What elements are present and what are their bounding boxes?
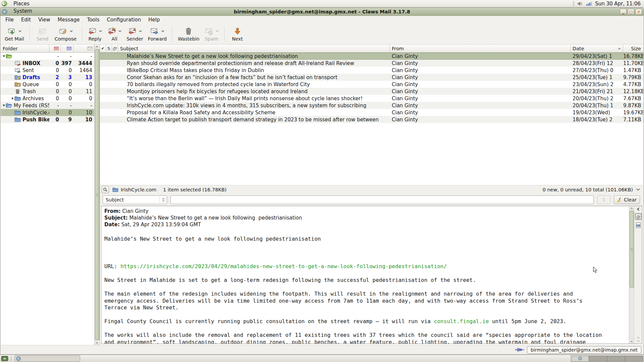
- chevron-down-icon[interactable]: [161, 30, 164, 32]
- chevron-down-icon[interactable]: [636, 188, 640, 191]
- clock-applet[interactable]: Sun 30 Apr, 11:06: [595, 1, 641, 7]
- menu-configuration[interactable]: Configuration: [103, 16, 145, 24]
- panel-applet-handle[interactable]: [573, 1, 574, 6]
- menu-view[interactable]: View: [35, 16, 54, 24]
- top-panel-menu-system[interactable]: System: [9, 7, 48, 15]
- next-part-icon[interactable]: [637, 340, 640, 342]
- menu-help[interactable]: Help: [145, 16, 163, 24]
- menu-file[interactable]: File: [2, 16, 17, 24]
- scrollbar-thumb[interactable]: [95, 50, 99, 340]
- network-signal-icon[interactable]: [586, 1, 592, 6]
- distro-logo-icon[interactable]: [1, 1, 7, 7]
- prev-part-icon[interactable]: [637, 337, 640, 339]
- quick-search-toggle-button[interactable]: [102, 186, 109, 193]
- message-row[interactable]: 70 bollards illegally removed from prote…: [100, 81, 643, 88]
- folder-row-sent[interactable]: Sent001464: [1, 67, 94, 74]
- message-view-scrollbar[interactable]: [629, 206, 634, 344]
- toolbar-compose-button[interactable]: Compose: [52, 25, 79, 43]
- chevron-down-icon[interactable]: [139, 30, 142, 32]
- unread-count-column-header[interactable]: [61, 45, 73, 53]
- folder-row-push-bikes[interactable]: Push Bikes0910: [1, 116, 94, 123]
- search-history-stepper[interactable]: [597, 195, 610, 204]
- scroll-down-button[interactable]: [95, 340, 100, 345]
- expander-open-icon[interactable]: [2, 104, 6, 107]
- scrollbar-thumb[interactable]: [630, 211, 634, 288]
- total-count-column-header[interactable]: [73, 45, 94, 53]
- chevron-down-icon[interactable]: [70, 30, 73, 32]
- folder-row-inbox[interactable]: INBOX03973444: [1, 60, 94, 67]
- chevron-down-icon[interactable]: [216, 30, 219, 32]
- expander-closed-icon[interactable]: [10, 97, 14, 100]
- search-input[interactable]: [170, 195, 594, 204]
- search-type-value: Subject: [106, 197, 124, 202]
- folder-row-irishcycle-com[interactable]: IrishCycle.com0010: [1, 109, 94, 116]
- status-column-header[interactable]: S: [106, 45, 112, 53]
- toolbar-wastebin-button[interactable]: Wastebin: [175, 25, 202, 43]
- scroll-up-button[interactable]: [629, 206, 634, 211]
- message-row[interactable]: Malahide’s New Street to get a new look …: [100, 53, 643, 60]
- folder-row-queue[interactable]: Queue000: [1, 81, 94, 88]
- body-link[interactable]: consult.fingal.ie: [434, 318, 489, 324]
- new-count-column-header[interactable]: [49, 45, 61, 53]
- subject-column-header[interactable]: Subject: [118, 45, 390, 53]
- volume-icon[interactable]: [577, 1, 583, 6]
- attachment-part-icon[interactable]: [635, 222, 641, 228]
- folder-row-trash[interactable]: Trash0011: [1, 88, 94, 95]
- folder-total-count: 1464: [73, 67, 94, 73]
- window-titlebar[interactable]: birmingham_spider@gmx.net@imap.gmx.net -…: [0, 8, 644, 16]
- message-row[interactable]: IBikeBop Critical Mass takes place this …: [100, 67, 643, 74]
- chevron-down-icon[interactable]: [99, 30, 102, 32]
- toolbar-get-mail-button[interactable]: Get Mail: [2, 25, 26, 43]
- chevron-down-icon[interactable]: [118, 30, 121, 32]
- scroll-down-button[interactable]: [629, 339, 634, 344]
- message-row[interactable]: IrishCycle.com update: 310k views in 4 m…: [100, 102, 643, 109]
- expander-open-icon[interactable]: [2, 55, 6, 58]
- workspace-2[interactable]: [589, 356, 607, 362]
- size-column-header[interactable]: Size: [623, 45, 643, 53]
- message-row[interactable]: Climate Action target to publish transpo…: [100, 116, 643, 123]
- minimize-button[interactable]: ▁: [620, 9, 627, 15]
- folder-column-header[interactable]: Folder: [1, 45, 49, 53]
- message-row[interactable]: “It’s worse than the Berlin wall” — Iris…: [100, 95, 643, 102]
- collapse-rail-icon[interactable]: [637, 207, 640, 211]
- toolbar-forward-button[interactable]: Forward: [146, 25, 169, 43]
- body-link[interactable]: https://irishcycle.com/2023/04/29/malahi…: [120, 263, 447, 269]
- toolbar-sender-button[interactable]: Sender: [124, 25, 146, 43]
- taskbar-window-button[interactable]: [14, 355, 80, 362]
- from-column-header[interactable]: From: [390, 45, 571, 53]
- date-column-header[interactable]: Date: [571, 45, 623, 53]
- folder-row-archives[interactable]: Archives000: [1, 95, 94, 102]
- toolbar-all-button[interactable]: All: [105, 25, 124, 43]
- account-selector[interactable]: birmingham_spider@gmx.net@imap.gmx.net: [527, 346, 641, 354]
- scroll-up-button[interactable]: [95, 45, 100, 49]
- message-row[interactable]: Mountjoy prisoners help fix bicycles for…: [100, 88, 643, 95]
- mark-column-header[interactable]: ✔: [100, 45, 106, 53]
- chevron-down-icon[interactable]: [18, 30, 21, 32]
- toolbar-reply-button[interactable]: Reply: [85, 25, 105, 43]
- message-row[interactable]: Ryan should override departmental protec…: [100, 60, 643, 67]
- show-desktop-icon[interactable]: [1, 356, 8, 362]
- workspace-4[interactable]: [625, 356, 643, 362]
- text-part-icon[interactable]: @: [635, 214, 641, 220]
- folder-row-mailbox-root[interactable]: ---: [1, 53, 94, 60]
- menu-message[interactable]: Message: [54, 16, 84, 24]
- close-button[interactable]: ✕: [635, 9, 642, 15]
- folder-row-my-feeds-rssyl[interactable]: My Feeds (RSSyl)---: [1, 102, 94, 109]
- folder-name: My Feeds (RSSyl): [14, 103, 49, 109]
- toolbar-next-button[interactable]: Next: [228, 25, 247, 43]
- clear-search-button[interactable]: Clear: [614, 195, 640, 204]
- folder-pane-scrollbar[interactable]: [94, 45, 99, 345]
- menu-edit[interactable]: Edit: [17, 16, 35, 24]
- message-row[interactable]: Conor Skehan asks for an “inclusion of a…: [100, 74, 643, 81]
- taskbar-handle[interactable]: [10, 356, 12, 361]
- folder-row-drafts[interactable]: Drafts2313: [1, 74, 94, 81]
- menu-tools[interactable]: Tools: [84, 16, 103, 24]
- message-list-header: ✔ S Subject From Date Size: [100, 45, 643, 53]
- message-row[interactable]: Proposal for a Killala Road Safety and A…: [100, 109, 643, 116]
- top-panel-menu-places[interactable]: Places: [9, 0, 48, 7]
- workspace-1[interactable]: [571, 356, 589, 362]
- workspace-3[interactable]: [607, 356, 625, 362]
- maximize-button[interactable]: ▢: [628, 9, 634, 15]
- attachment-column-header[interactable]: [112, 45, 118, 53]
- search-type-combo[interactable]: Subject: [103, 195, 167, 204]
